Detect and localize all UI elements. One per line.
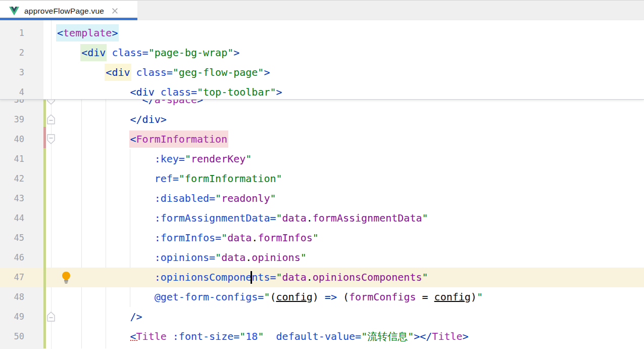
code-text: <div class="top-toolbar"> [57,82,282,100]
code-line-48: 48 @get-form-configs="(config) => (formC… [0,287,644,307]
code-line-46: 46 :opinions="data.opinions" [0,248,644,268]
line-number: 39 [0,110,24,129]
code-text: /> [57,307,142,327]
line-number: 4 [0,82,24,100]
code-line-39: 39 </div> [0,110,644,129]
code-text: @get-form-configs="(config) => (formConf… [57,287,483,307]
vcs-deleted-stripe [43,127,46,148]
code-text: <template> [57,23,118,43]
code-text: <div class="geg-flow-page"> [57,63,270,82]
code-line-2: 2 <div class="page-bg-wrap"> [0,43,644,63]
ide-window: approveFlowPage.vue 1<template>2 <div cl… [0,0,644,349]
line-number: 2 [0,43,24,63]
code-text: :key="renderKey" [57,149,252,169]
code-text: </div> [57,110,167,129]
code-line-1: 1<template> [0,23,644,43]
line-number: 45 [0,228,24,248]
code-text: <FormInformation [57,129,227,149]
text-caret [251,271,252,284]
line-number: 44 [0,208,24,228]
code-line-38: 38 </a-space> [0,100,644,110]
fold-marker-icon[interactable] [46,100,56,107]
code-line-3: 3 <div class="geg-flow-page"> [0,63,644,82]
sticky-lines-panel: 1<template>2 <div class="page-bg-wrap">3… [0,20,644,100]
line-number: 46 [0,248,24,268]
code-line-50: 50 <Title :font-size="18" default-value=… [0,327,644,346]
line-number: 43 [0,189,24,208]
code-text: :formInfos="data.formInfos" [57,228,319,248]
fold-marker-icon[interactable] [46,311,56,324]
line-number: 47 [0,268,24,287]
code-editor[interactable]: 1<template>2 <div class="page-bg-wrap">3… [0,20,644,349]
code-text: ref="formInformation" [57,169,282,189]
highlight-pink: <FormInformation [129,130,229,148]
line-number: 3 [0,63,24,82]
line-number: 41 [0,149,24,169]
code-text: :opinions="data.opinions" [57,248,307,268]
code-text: :opinionsComponents="data.opinionsCompon… [57,268,428,287]
code-text: :formAssignmentData="data.formAssignment… [57,208,428,228]
code-line-49: 49 /> [0,307,644,327]
tab-title: approveFlowPage.vue [24,7,104,16]
code-line-44: 44 :formAssignmentData="data.formAssignm… [0,208,644,228]
code-text: <div class="page-bg-wrap"> [57,43,239,63]
code-line-43: 43 :disabled="readonly" [0,189,644,208]
line-number: 42 [0,169,24,189]
code-line-41: 41 :key="renderKey" [0,149,644,169]
intention-bulb-icon[interactable] [61,271,72,287]
code-line-40: 40 <FormInformation [0,129,644,149]
code-text: <Title :font-size="18" default-value="流转… [57,327,469,346]
line-number: 1 [0,23,24,43]
code-line-42: 42 ref="formInformation" [0,169,644,189]
highlight-green: <div [80,44,107,61]
fold-marker-icon[interactable] [46,134,56,147]
fold-marker-icon[interactable] [46,114,56,127]
code-line-47: 47 :opinionsComponents="data.opinionsCom… [0,268,644,287]
error-squiggle: < [130,330,136,342]
tab-approveflowpage[interactable]: approveFlowPage.vue [0,1,137,21]
code-text: </a-space> [57,100,203,110]
editor-viewport[interactable]: 38 </a-space>39 </div>40 <FormInformatio… [0,100,644,348]
highlight-yellow: <div [105,64,131,81]
line-number: 48 [0,287,24,307]
line-number: 40 [0,129,24,149]
code-line-45: 45 :formInfos="data.formInfos" [0,228,644,248]
highlight-cyan: <template> [56,24,119,41]
line-number: 49 [0,307,24,327]
line-number: 38 [0,100,24,110]
close-icon[interactable] [111,7,119,15]
line-number: 50 [0,327,24,346]
tab-bar: approveFlowPage.vue [0,0,644,20]
vue-logo-icon [9,7,19,16]
code-text: :disabled="readonly" [57,189,276,208]
code-line-4: 4 <div class="top-toolbar"> [0,82,644,100]
